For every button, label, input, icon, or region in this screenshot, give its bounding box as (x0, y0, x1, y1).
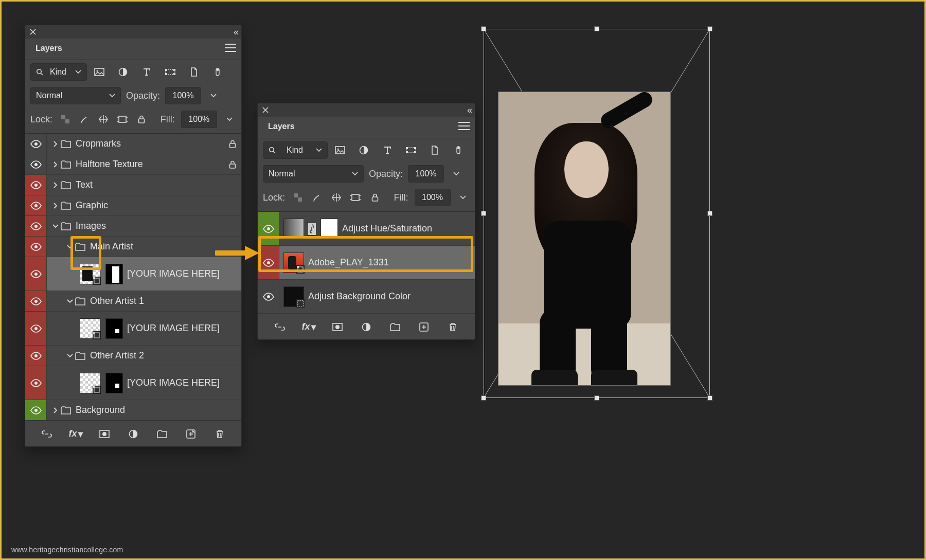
opacity-chevron[interactable] (449, 167, 464, 181)
layer-thumbnail[interactable] (80, 373, 100, 393)
layer-name[interactable]: [YOUR IMAGE HERE] (127, 323, 220, 334)
fill-input[interactable]: 100% (415, 189, 451, 206)
visibility-toggle[interactable] (25, 134, 47, 154)
filter-toggle[interactable] (451, 143, 466, 157)
fx-icon[interactable]: fx▾ (301, 320, 316, 334)
filter-pixel-icon[interactable] (333, 143, 347, 157)
handle-bl[interactable] (481, 395, 486, 401)
filter-smart-icon[interactable] (428, 143, 442, 157)
fill-chevron[interactable] (457, 190, 470, 205)
layer-name[interactable]: Background (76, 405, 125, 416)
visibility-toggle[interactable] (25, 154, 47, 174)
visibility-toggle[interactable] (25, 346, 47, 366)
link-layers-icon[interactable] (40, 427, 54, 441)
link-layers-icon[interactable] (273, 320, 287, 334)
trash-icon[interactable] (212, 427, 227, 441)
handle-tc[interactable] (594, 26, 599, 31)
disclosure-toggle[interactable] (51, 224, 60, 229)
layer-row[interactable]: Cropmarks (25, 134, 241, 154)
disclosure-toggle[interactable] (65, 353, 75, 358)
collapse-chevrons-icon[interactable]: « (467, 105, 471, 116)
lock-position-icon[interactable] (97, 112, 110, 127)
disclosure-toggle[interactable] (51, 203, 60, 209)
visibility-toggle[interactable] (25, 291, 47, 311)
collapse-chevrons-icon[interactable]: « (234, 27, 237, 38)
layer-row[interactable]: Adjust Background Color (258, 280, 475, 314)
layer-name[interactable]: [YOUR IMAGE HERE] (127, 268, 220, 279)
group-icon[interactable] (388, 320, 402, 334)
lock-transparent-icon[interactable] (291, 190, 305, 205)
lock-paint-icon[interactable] (311, 190, 324, 205)
disclosure-toggle[interactable] (65, 299, 75, 304)
lock-position-icon[interactable] (330, 190, 343, 205)
lock-all-icon[interactable] (368, 190, 382, 205)
layer-name[interactable]: Main Artist (90, 241, 133, 252)
layer-name[interactable]: [YOUR IMAGE HERE] (127, 377, 220, 388)
trash-icon[interactable] (446, 320, 460, 334)
layer-mask[interactable] (320, 219, 338, 239)
opacity-input[interactable]: 100% (408, 165, 444, 183)
layer-name[interactable]: Adobe_PLAY_1331 (308, 257, 389, 268)
filter-adjust-icon[interactable] (357, 143, 371, 157)
blend-mode-select[interactable]: Normal (30, 87, 121, 104)
filter-smart-icon[interactable] (187, 65, 201, 79)
filter-kind-select[interactable]: Kind (30, 63, 87, 81)
close-icon[interactable] (29, 28, 37, 35)
layer-name[interactable]: Other Artist 1 (90, 296, 144, 306)
visibility-toggle[interactable] (25, 400, 47, 420)
visibility-toggle[interactable] (25, 312, 47, 345)
lock-all-icon[interactable] (135, 112, 148, 127)
lock-artboard-icon[interactable] (349, 190, 363, 205)
opacity-input[interactable]: 100% (165, 87, 201, 104)
filter-shape-icon[interactable] (404, 143, 418, 157)
filter-kind-select[interactable]: Kind (263, 141, 328, 159)
filter-toggle[interactable] (210, 65, 225, 79)
panel-menu-icon[interactable] (458, 122, 470, 130)
visibility-toggle[interactable] (25, 237, 47, 257)
fill-input[interactable]: 100% (181, 111, 217, 128)
mask-icon[interactable] (330, 320, 345, 334)
visibility-toggle[interactable] (25, 257, 47, 291)
layer-row[interactable]: [YOUR IMAGE HERE] (25, 366, 241, 400)
layer-row[interactable]: Other Artist 1 (25, 291, 241, 312)
layer-row[interactable]: Background (25, 400, 241, 421)
layer-thumbnail[interactable] (283, 286, 304, 307)
disclosure-toggle[interactable] (65, 244, 75, 249)
layer-thumbnail[interactable] (80, 264, 100, 284)
layer-name[interactable]: Graphic (76, 200, 108, 211)
layer-mask[interactable] (105, 264, 123, 284)
layer-name[interactable]: Adjust Hue/Saturation (342, 223, 432, 234)
filter-shape-icon[interactable] (163, 65, 177, 79)
layer-name[interactable]: Cropmarks (76, 138, 121, 149)
filter-type-icon[interactable] (139, 65, 154, 79)
disclosure-toggle[interactable] (51, 407, 60, 413)
layer-name[interactable]: Other Artist 2 (90, 350, 144, 361)
visibility-toggle[interactable] (25, 175, 47, 195)
disclosure-toggle[interactable] (51, 182, 60, 188)
layer-name[interactable]: Images (76, 221, 106, 231)
group-icon[interactable] (155, 427, 169, 441)
layers-tab[interactable]: Layers (263, 117, 301, 138)
disclosure-toggle[interactable] (51, 141, 60, 147)
layer-row[interactable]: Adjust Hue/Saturation (258, 212, 475, 246)
lock-transparent-icon[interactable] (59, 112, 72, 127)
handle-br[interactable] (707, 395, 713, 401)
fx-icon[interactable]: fx▾ (68, 427, 83, 441)
handle-mr[interactable] (707, 211, 713, 216)
layer-row[interactable]: Halftone Texture (25, 154, 241, 175)
layer-row[interactable]: Other Artist 2 (25, 346, 241, 366)
layer-row[interactable]: [YOUR IMAGE HERE] (25, 257, 241, 291)
layer-name[interactable]: Halftone Texture (76, 159, 143, 170)
visibility-toggle[interactable] (25, 195, 47, 215)
visibility-toggle[interactable] (258, 280, 279, 313)
adjustment-icon[interactable] (126, 427, 140, 441)
filter-pixel-icon[interactable] (92, 65, 106, 79)
lock-icon[interactable] (229, 140, 236, 148)
handle-ml[interactable] (481, 211, 486, 216)
visibility-toggle[interactable] (25, 366, 47, 400)
placed-image[interactable] (498, 92, 671, 386)
handle-bc[interactable] (594, 395, 599, 401)
layer-row[interactable]: Graphic (25, 195, 241, 216)
layer-thumbnail[interactable] (283, 219, 304, 239)
visibility-toggle[interactable] (258, 212, 279, 245)
